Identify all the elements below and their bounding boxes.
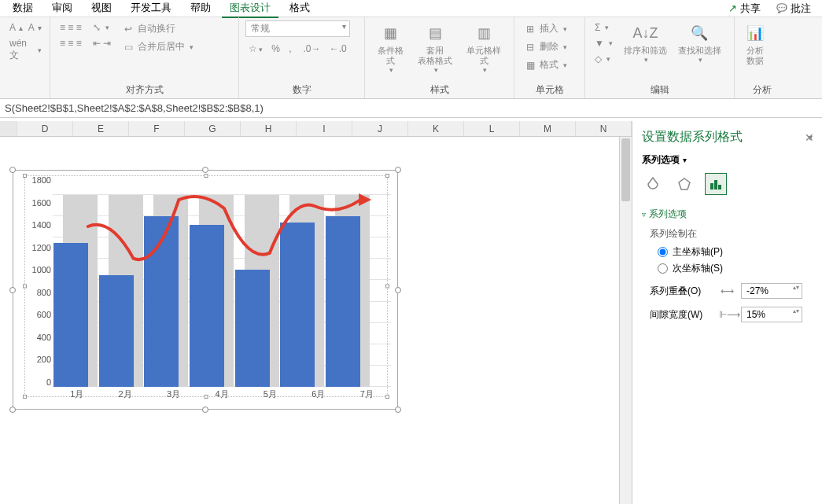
table-format-button[interactable]: ▤套用 表格格式▾ [415,20,455,75]
font-inc-button[interactable]: A▴ A▾ [6,20,45,35]
format-icon: ▦ [524,59,536,72]
formula-text: S(Sheet2!$B$1,Sheet2!$A$2:$A$8,Sheet2!$B… [5,102,264,114]
insert-cell-button[interactable]: ⊞插入▾ [521,20,570,37]
conditional-format-button[interactable]: ▦条件格式▾ [371,20,410,75]
plot-on-label: 系列绘制在 [650,227,813,241]
y-tick: 1800 [21,175,51,185]
chart-object[interactable]: 020040060080010001200140016001800 1月2月3月… [13,170,398,410]
dec-decimal-button[interactable]: ←.0 [330,43,347,54]
fill-effects-tab[interactable] [642,173,664,195]
col-header-F[interactable]: F [129,121,185,136]
analyze-data-button[interactable]: 📊分析 数据 [741,20,769,68]
col-header-M[interactable]: M [520,121,576,136]
effects-tab[interactable] [673,173,695,195]
find-select-button[interactable]: 🔍查找和选择▾ [675,20,724,65]
sort-filter-button[interactable]: A↓Z排序和筛选▾ [621,20,670,65]
tab-数据[interactable]: 数据 [5,0,41,18]
resize-handle-nw[interactable] [9,167,16,173]
svg-rect-3 [714,180,717,189]
panel-subtitle[interactable]: 系列选项 [642,153,813,167]
gap-input[interactable]: 15% [741,307,802,322]
wrap-text-button[interactable]: ↩自动换行 [119,20,197,37]
delete-icon: ⊟ [524,41,536,53]
svg-marker-1 [679,178,690,189]
group-align-label: 对齐方式 [57,82,232,98]
col-header-J[interactable]: J [352,121,408,136]
y-tick: 200 [21,355,51,364]
fill-button[interactable]: ▼▾ [592,36,616,50]
resize-handle-se[interactable] [395,407,401,413]
resize-handle-ne[interactable] [395,167,401,173]
tab-审阅[interactable]: 审阅 [44,0,80,18]
x-axis-ticks: 1月2月3月4月5月6月7月 [53,388,391,403]
x-tick: 4月 [197,388,245,403]
group-font-label [6,84,43,98]
phonetic-button[interactable]: wén 文▾ [6,36,45,64]
formula-bar[interactable]: S(Sheet2!$B$1,Sheet2!$A$2:$A$8,Sheet2!$B… [0,99,822,118]
col-header-D[interactable]: D [17,121,73,136]
y-tick: 1400 [21,220,51,230]
tab-开发工具[interactable]: 开发工具 [123,0,179,18]
resize-handle-n[interactable] [202,167,208,173]
scrollbar-thumb[interactable] [621,138,630,201]
tab-格式[interactable]: 格式 [282,0,318,18]
panel-close-button[interactable]: ✕ [805,131,814,144]
col-header-E[interactable]: E [73,121,129,136]
comment-button[interactable]: 批注 [770,0,817,17]
tab-帮助[interactable]: 帮助 [182,0,219,18]
align-top-row[interactable]: ≡ ≡ ≡ [57,20,85,35]
col-header-K[interactable]: K [408,121,464,136]
group-number-label: 数字 [245,82,358,98]
x-tick: 1月 [53,388,101,403]
series-options-tab[interactable] [705,173,727,195]
plot-handle[interactable] [205,174,208,178]
number-format-combo[interactable]: 常规 [245,20,350,37]
currency-button[interactable]: ☆▾ [249,43,263,54]
share-button[interactable]: 共享 [722,0,767,17]
gap-slider-icon[interactable]: ⊩⟶ [719,309,735,320]
sheet-body[interactable]: 020040060080010001200140016001800 1月2月3月… [0,137,632,504]
format-cell-button[interactable]: ▦格式▾ [521,57,570,73]
overlap-slider-icon[interactable]: ⟷ [719,285,735,296]
plot-handle[interactable] [23,395,27,399]
resize-handle-s[interactable] [202,407,208,413]
plot-area[interactable] [53,178,391,387]
col-header-N[interactable]: N [576,121,632,136]
col-header-H[interactable]: H [241,121,297,136]
merge-center-button[interactable]: ▭合并后居中▾ [119,39,197,55]
resize-handle-w[interactable] [9,287,16,293]
col-header-L[interactable]: L [464,121,520,136]
table-fmt-icon: ▤ [424,22,446,44]
y-tick: 1600 [21,198,51,208]
align-mid-row[interactable]: ≡ ≡ ≡ [57,36,85,50]
tab-图表设计[interactable]: 图表设计 [222,0,278,18]
resize-handle-e[interactable] [395,287,401,293]
y-tick: 1000 [21,265,51,274]
percent-button[interactable]: % [271,43,280,54]
autosum-button[interactable]: Σ▾ [592,20,616,35]
tab-视图[interactable]: 视图 [83,0,120,18]
resize-handle-sw[interactable] [9,407,16,413]
clear-button[interactable]: ◇▾ [592,52,616,66]
inc-decimal-button[interactable]: .0→ [303,43,320,54]
series-options-section[interactable]: 系列选项 [642,208,813,221]
col-header-G[interactable]: G [185,121,241,136]
col-header-I[interactable]: I [297,121,352,136]
x-tick: 5月 [246,388,294,403]
comma-button[interactable]: , [289,43,291,54]
primary-axis-radio[interactable]: 主坐标轴(P) [658,245,813,259]
svg-marker-0 [359,193,371,206]
group-styles-label: 样式 [371,82,507,98]
plot-handle[interactable] [385,174,389,178]
overlap-input[interactable]: -27% [741,283,802,299]
vertical-scrollbar[interactable] [619,137,632,504]
cell-styles-button[interactable]: ▥单元格样式▾ [460,20,507,75]
orientation-button[interactable]: ⤡▾ [90,20,114,35]
secondary-axis-radio[interactable]: 次坐标轴(S) [658,262,813,275]
ribbon-tabs: 数据审阅视图开发工具帮助图表设计格式 共享 批注 [0,0,822,17]
indent-dec-button[interactable]: ⇤ ⇥ [90,36,114,50]
select-all-corner[interactable] [0,121,17,136]
find-icon: 🔍 [688,22,710,44]
y-tick: 600 [21,310,51,319]
delete-cell-button[interactable]: ⊟删除▾ [521,39,570,55]
